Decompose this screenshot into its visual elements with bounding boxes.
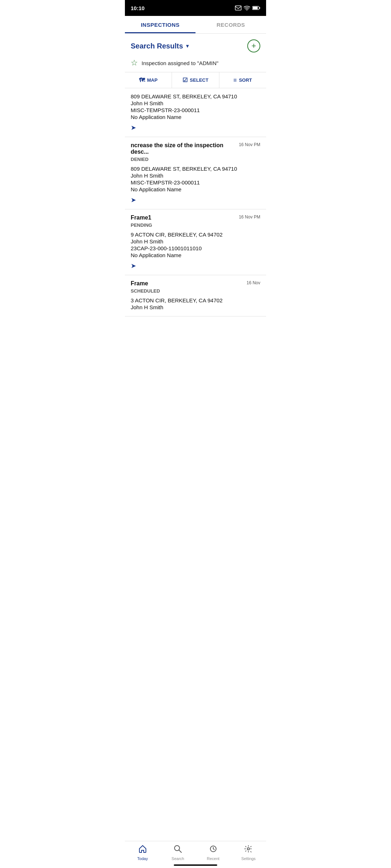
card-status-2: DENIED [131,157,260,162]
card-address-3: 9 ACTON CIR, BERKELEY, CA 94702 [131,231,260,238]
card-address-2: 809 DELAWARE ST, BERKELEY, CA 94710 [131,166,260,172]
sort-label: SORT [239,77,252,83]
sort-icon: ≡ [234,77,237,84]
add-icon: + [252,41,256,51]
card-date-2: 16 Nov PM [239,142,260,147]
svg-rect-3 [253,7,258,9]
card-status-4: SCHEDULED [131,288,260,294]
map-button[interactable]: 🗺 MAP [125,72,172,88]
battery-icon [252,6,260,10]
svg-rect-4 [259,7,260,9]
card-record-1: MISC-TEMPSTR-23-000011 [131,107,260,113]
mail-icon [235,5,241,10]
map-icon: 🗺 [139,77,145,84]
navigate-icon-1[interactable]: ➤ [131,124,260,132]
inspection-card-1[interactable]: 809 DELAWARE ST, BERKELEY, CA 94710 John… [125,88,266,137]
card-record-2: MISC-TEMPSTR-23-000011 [131,179,260,186]
assigned-filter-text: Inspection assigned to "ADMIN" [142,60,218,66]
card-date-3: 16 Nov PM [239,214,260,220]
card-owner-1: John H Smith [131,100,260,106]
inspection-card-3[interactable]: Frame1 16 Nov PM PENDING 9 ACTON CIR, BE… [125,209,266,275]
card-appname-1: No Application Name [131,114,260,120]
select-icon: ☑ [182,77,188,84]
select-button[interactable]: ☑ SELECT [172,72,219,88]
card-address-4: 3 ACTON CIR, BERKELEY, CA 94702 [131,297,260,303]
select-label: SELECT [190,77,208,83]
svg-point-1 [247,10,247,10]
card-owner-3: John H Smith [131,238,260,244]
card-title-3: Frame1 [131,214,239,221]
card-owner-4: John H Smith [131,304,260,310]
search-results-header: Search Results ▾ + [125,34,266,55]
wifi-icon [244,5,250,10]
action-bar: 🗺 MAP ☑ SELECT ≡ SORT [125,72,266,88]
map-label: MAP [147,77,157,83]
card-owner-2: John H Smith [131,173,260,179]
card-title-4: Frame [131,280,247,287]
card-status-3: PENDING [131,222,260,228]
star-icon: ☆ [131,58,138,68]
chevron-down-icon: ▾ [186,43,189,49]
card-title-2: ncrease the size of the inspection desc.… [131,142,239,155]
card-appname-2: No Application Name [131,186,260,192]
sort-button[interactable]: ≡ SORT [219,72,266,88]
add-button[interactable]: + [247,39,260,52]
card-header-4: Frame 16 Nov [131,280,260,287]
inspection-card-2[interactable]: ncrease the size of the inspection desc.… [125,137,266,209]
tab-bar: INSPECTIONS RECORDS [125,16,266,34]
card-address-1: 809 DELAWARE ST, BERKELEY, CA 94710 [131,93,260,99]
card-appname-3: No Application Name [131,252,260,258]
assigned-filter: ☆ Inspection assigned to "ADMIN" [125,55,266,72]
status-icons [235,5,260,10]
inspection-card-4[interactable]: Frame 16 Nov SCHEDULED 3 ACTON CIR, BERK… [125,275,266,316]
search-results-label: Search Results [131,42,183,50]
card-header-2: ncrease the size of the inspection desc.… [131,142,260,155]
search-results-title[interactable]: Search Results ▾ [131,42,189,50]
tab-inspections[interactable]: INSPECTIONS [125,16,196,33]
card-record-3: 23CAP-23-000-11001011010 [131,245,260,251]
status-bar: 10:10 [125,0,266,16]
tab-records[interactable]: RECORDS [196,16,266,33]
navigate-icon-2[interactable]: ➤ [131,196,260,204]
status-time: 10:10 [131,5,144,11]
card-header-3: Frame1 16 Nov PM [131,214,260,221]
navigate-icon-3[interactable]: ➤ [131,262,260,270]
svg-rect-0 [235,6,241,10]
card-date-4: 16 Nov [247,280,260,285]
